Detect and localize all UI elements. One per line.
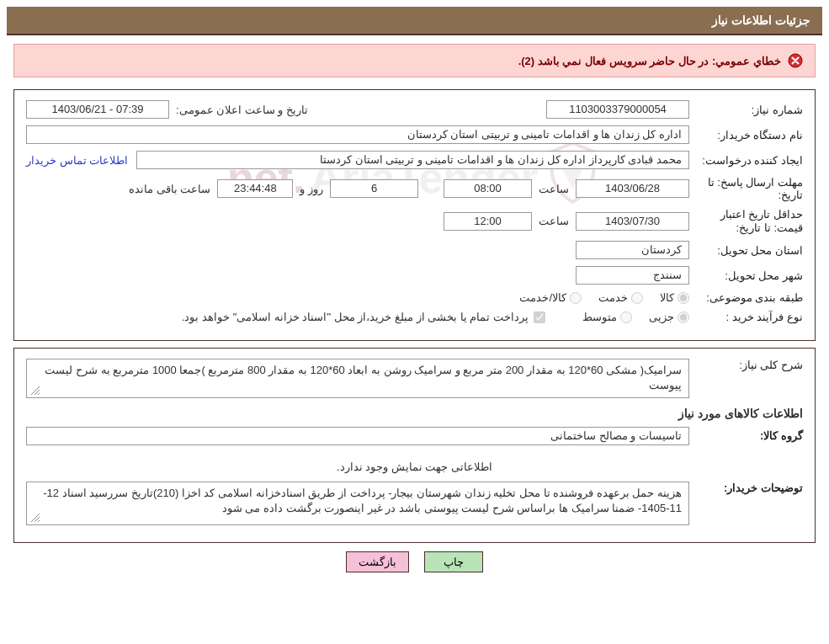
days-field: 6 <box>330 179 418 198</box>
desc-textarea[interactable]: سرامیک( مشکی 60*120 به مقدار 200 متر مرب… <box>26 359 689 397</box>
page-title: جزئیات اطلاعات نیاز <box>712 13 810 27</box>
buyer-org-field: اداره کل زندان ها و اقدامات تامینی و ترب… <box>26 125 689 144</box>
category-service-radio <box>631 292 643 304</box>
error-message: خطاي عمومي: در حال حاضر سرويس فعال نمي ب… <box>518 55 781 67</box>
category-radio-group: کالا خدمت کالا/خدمت <box>507 291 689 304</box>
announce-datetime-label: تاریخ و ساعت اعلان عمومی: <box>169 104 315 116</box>
time-label-1: ساعت <box>532 183 576 195</box>
treasury-checkbox <box>534 311 545 323</box>
process-small-label: جزیی <box>649 311 674 323</box>
row-description: شرح کلی نیاز: سرامیک( مشکی 60*120 به مقد… <box>26 359 803 397</box>
city-label: شهر محل تحویل: <box>689 269 803 282</box>
row-buyer-org: نام دستگاه خریدار: اداره کل زندان ها و ا… <box>26 125 803 144</box>
buyer-notes-textarea[interactable]: هزینه حمل برعهده فروشنده تا محل تخلیه زن… <box>26 482 689 525</box>
buyer-org-label: نام دستگاه خریدار: <box>689 129 803 141</box>
process-label: نوع فرآیند خرید : <box>689 311 803 323</box>
response-deadline-label: مهلت ارسال پاسخ: تا تاریخ: <box>689 176 803 201</box>
row-need-number: شماره نیاز: 1103003379000054 تاریخ و ساع… <box>26 100 803 119</box>
row-requester: ایجاد کننده درخواست: محمد قبادی کارپرداز… <box>26 151 803 169</box>
treasury-note: پرداخت تمام یا بخشی از مبلغ خرید،از محل … <box>182 311 534 323</box>
category-goods-label: کالا <box>660 291 674 304</box>
goods-group-label: گروه کالا: <box>689 429 803 442</box>
goods-info-title: اطلاعات کالاهای مورد نیاز <box>26 407 803 420</box>
process-medium-label: متوسط <box>582 311 617 323</box>
province-label: استان محل تحویل: <box>689 244 803 257</box>
need-number-field: 1103003379000054 <box>546 100 689 119</box>
countdown-field: 23:44:48 <box>217 179 293 198</box>
response-time-field: 08:00 <box>444 179 532 198</box>
price-valid-label: حداقل تاریخ اعتبار قیمت: تا تاریخ: <box>689 208 803 234</box>
process-medium-radio <box>620 311 632 323</box>
error-icon <box>788 53 803 68</box>
goods-group-field: تاسیسات و مصالح ساختمانی <box>26 427 689 445</box>
time-label-2: ساعت <box>532 215 576 227</box>
days-and-label: روز و <box>293 183 330 195</box>
row-city: شهر محل تحویل: سنندج <box>26 266 803 285</box>
remaining-label: ساعت باقی مانده <box>122 183 217 195</box>
row-category: طبقه بندی موضوعی: کالا خدمت کالا/خدمت <box>26 291 803 304</box>
row-buyer-notes: توضیحات خریدار: هزینه حمل برعهده فروشنده… <box>26 482 803 525</box>
button-bar: چاپ بازگشت <box>7 551 822 572</box>
resize-handle-icon[interactable] <box>29 511 40 523</box>
province-field: کردستان <box>576 241 689 259</box>
category-goods-service-label: کالا/خدمت <box>519 291 566 304</box>
print-button[interactable]: چاپ <box>424 551 483 572</box>
row-goods-group: گروه کالا: تاسیسات و مصالح ساختمانی <box>26 427 803 445</box>
requester-label: ایجاد کننده درخواست: <box>689 154 803 167</box>
announce-datetime-field: 1403/06/21 - 07:39 <box>26 100 169 119</box>
error-banner: خطاي عمومي: در حال حاضر سرويس فعال نمي ب… <box>13 44 816 77</box>
category-goods-service-radio <box>570 292 582 304</box>
row-province: استان محل تحویل: کردستان <box>26 241 803 259</box>
price-valid-time-field: 12:00 <box>444 212 532 231</box>
row-response-deadline: مهلت ارسال پاسخ: تا تاریخ: 1403/06/28 سا… <box>26 176 803 201</box>
buyer-notes-text: هزینه حمل برعهده فروشنده تا محل تخلیه زن… <box>43 487 682 514</box>
row-price-validity: حداقل تاریخ اعتبار قیمت: تا تاریخ: 1403/… <box>26 208 803 234</box>
back-button[interactable]: بازگشت <box>346 551 409 572</box>
buyer-notes-label: توضیحات خریدار: <box>689 482 803 494</box>
desc-label: شرح کلی نیاز: <box>689 359 803 371</box>
resize-handle-icon[interactable] <box>29 384 40 396</box>
requester-field: محمد قبادی کارپرداز اداره کل زندان ها و … <box>136 151 689 169</box>
city-field: سنندج <box>576 266 689 285</box>
process-small-radio <box>678 311 689 323</box>
row-process: نوع فرآیند خرید : جزیی متوسط پرداخت تمام… <box>26 311 803 323</box>
page-header: جزئیات اطلاعات نیاز <box>7 7 822 35</box>
need-number-label: شماره نیاز: <box>689 104 803 116</box>
main-form-panel: AriaTender.net شماره نیاز: 1103003379000… <box>13 89 816 341</box>
buyer-contact-link[interactable]: اطلاعات تماس خریدار <box>26 154 136 167</box>
details-panel: شرح کلی نیاز: سرامیک( مشکی 60*120 به مقد… <box>13 348 816 542</box>
desc-text: سرامیک( مشکی 60*120 به مقدار 200 متر مرب… <box>45 364 682 391</box>
category-goods-radio <box>678 292 689 304</box>
empty-info-message: اطلاعاتی جهت نمایش وجود ندارد. <box>26 460 803 473</box>
category-label: طبقه بندی موضوعی: <box>689 291 803 304</box>
response-date-field: 1403/06/28 <box>576 179 689 198</box>
category-service-label: خدمت <box>598 291 628 304</box>
process-radio-group: جزیی متوسط <box>571 311 689 323</box>
price-valid-date-field: 1403/07/30 <box>576 212 689 231</box>
